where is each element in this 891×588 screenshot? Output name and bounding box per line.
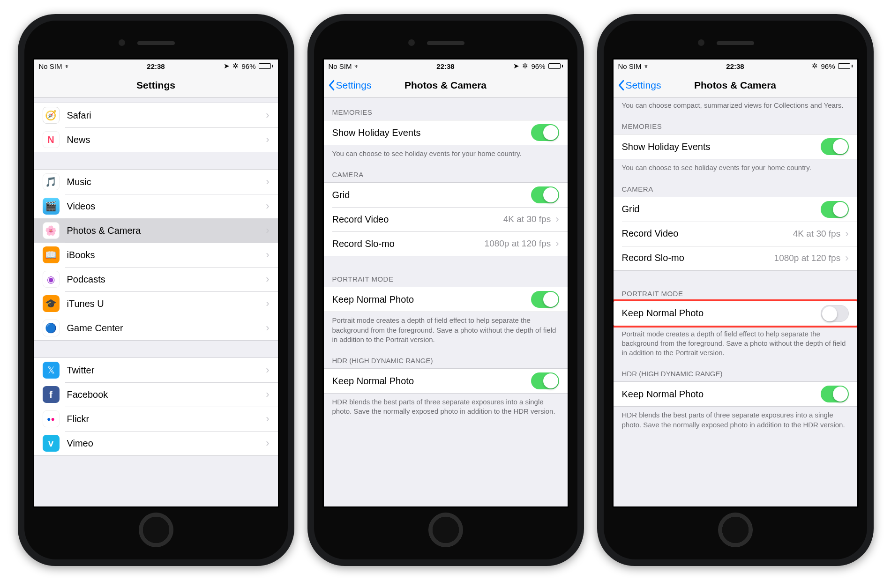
chevron-right-icon: › [266, 273, 269, 285]
back-label: Settings [626, 80, 661, 91]
back-button[interactable]: Settings [617, 80, 661, 91]
toggle-grid[interactable] [531, 186, 559, 203]
chevron-right-icon: › [266, 298, 269, 310]
row-label: Keep Normal Photo [332, 294, 531, 305]
settings-row-podcasts[interactable]: ◉ Podcasts › [34, 267, 278, 291]
chevron-right-icon: › [266, 224, 269, 237]
podcasts-icon: ◉ [43, 271, 60, 288]
settings-row-facebook[interactable]: f Facebook › [34, 382, 278, 407]
page-title: Photos & Camera [694, 80, 776, 91]
section-header-portrait: PORTRAIT MODE [614, 271, 857, 301]
status-bar: No SIM ᯤ 22:38 ✲ 96% [614, 60, 857, 73]
toggle-portrait-keep-normal[interactable] [821, 305, 849, 322]
settings-row-news[interactable]: N News › [34, 127, 278, 152]
row-show-holiday-events[interactable]: Show Holiday Events [614, 134, 857, 159]
row-label: Grid [622, 204, 821, 215]
photos-icon: 🌸 [43, 222, 60, 239]
section-footer-memories: You can choose to see holiday events for… [614, 159, 857, 174]
chevron-right-icon: › [266, 322, 269, 334]
toggle-show-holiday-events[interactable] [531, 124, 559, 141]
back-button[interactable]: Settings [328, 80, 372, 91]
row-detail: 4K at 30 fps [793, 229, 840, 239]
videos-icon: 🎬 [43, 198, 60, 215]
row-label: iTunes U [67, 298, 266, 309]
navbar: Settings Photos & Camera [324, 73, 568, 98]
row-label: Photos & Camera [67, 225, 266, 236]
row-show-holiday-events[interactable]: Show Holiday Events [324, 120, 568, 145]
row-label: Game Center [67, 323, 266, 334]
row-record-video[interactable]: Record Video 4K at 30 fps › [614, 222, 857, 246]
row-hdr-keep-normal[interactable]: Keep Normal Photo [324, 369, 568, 393]
chevron-right-icon: › [266, 134, 269, 146]
chevron-right-icon: › [266, 176, 269, 188]
home-button[interactable] [428, 513, 463, 547]
news-icon: N [43, 131, 60, 148]
settings-row-itunesu[interactable]: 🎓 iTunes U › [34, 291, 278, 316]
safari-icon: 🧭 [43, 107, 60, 124]
row-record-video[interactable]: Record Video 4K at 30 fps › [324, 207, 568, 231]
row-detail: 1080p at 120 fps [485, 238, 551, 249]
settings-row-videos[interactable]: 🎬 Videos › [34, 194, 278, 218]
row-label: Record Slo-mo [332, 238, 485, 249]
row-portrait-keep-normal[interactable]: Keep Normal Photo [324, 287, 568, 312]
row-label: Keep Normal Photo [332, 376, 531, 387]
page-title: Settings [136, 80, 175, 91]
row-label: Twitter [67, 365, 266, 376]
row-detail: 1080p at 120 fps [774, 253, 841, 263]
row-label: Grid [332, 190, 531, 201]
chevron-right-icon: › [555, 213, 559, 225]
chevron-right-icon: › [266, 109, 269, 121]
settings-row-safari[interactable]: 🧭 Safari › [34, 103, 278, 127]
section-header-camera: CAMERA [614, 175, 857, 197]
section-header-hdr: HDR (HIGH DYNAMIC RANGE) [324, 346, 568, 368]
clock: 22:38 [614, 62, 857, 70]
toggle-hdr-keep-normal[interactable] [821, 386, 849, 402]
navbar: Settings Photos & Camera [614, 73, 857, 98]
chevron-right-icon: › [266, 200, 269, 212]
row-label: Record Slo-mo [622, 253, 774, 263]
settings-row-flickr[interactable]: ●● Flickr › [34, 407, 278, 431]
chevron-right-icon: › [266, 437, 269, 449]
row-grid[interactable]: Grid [324, 183, 568, 207]
settings-row-vimeo[interactable]: v Vimeo › [34, 431, 278, 455]
chevron-left-icon [617, 80, 625, 91]
settings-row-photos-camera[interactable]: 🌸 Photos & Camera › [34, 218, 278, 243]
section-header-memories: MEMORIES [324, 98, 568, 120]
home-button[interactable] [139, 513, 173, 547]
row-label: Safari [67, 110, 266, 121]
screen-settings: No SIM ᯤ 22:38 ➤ ✲ 96% Settings 🧭 Safari… [33, 58, 279, 508]
settings-row-ibooks[interactable]: 📖 iBooks › [34, 243, 278, 267]
phone-frame-1: No SIM ᯤ 22:38 ➤ ✲ 96% Settings 🧭 Safari… [18, 14, 294, 566]
row-record-slomo[interactable]: Record Slo-mo 1080p at 120 fps › [324, 231, 568, 256]
row-grid[interactable]: Grid [614, 197, 857, 222]
twitter-icon: 𝕏 [43, 362, 60, 379]
highlighted-portrait-row: Keep Normal Photo [614, 299, 857, 327]
row-label: Keep Normal Photo [622, 389, 821, 400]
screen-photos-camera-off: No SIM ᯤ 22:38 ✲ 96% Settings Photos & C… [612, 58, 859, 508]
row-label: Podcasts [67, 274, 266, 285]
row-portrait-keep-normal[interactable]: Keep Normal Photo [614, 301, 857, 326]
home-button[interactable] [718, 513, 753, 547]
settings-row-gamecenter[interactable]: 🔵 Game Center › [34, 316, 278, 340]
row-label: Vimeo [67, 438, 266, 449]
row-hdr-keep-normal[interactable]: Keep Normal Photo [614, 382, 857, 406]
status-bar: No SIM ᯤ 22:38 ➤ ✲ 96% [34, 60, 278, 73]
vimeo-icon: v [43, 435, 60, 452]
phone-frame-2: No SIM ᯤ 22:38 ➤ ✲ 96% Settings Photos &… [307, 14, 584, 566]
chevron-right-icon: › [266, 388, 269, 401]
facebook-icon: f [43, 386, 60, 403]
settings-row-twitter[interactable]: 𝕏 Twitter › [34, 358, 278, 382]
itunesu-icon: 🎓 [43, 295, 60, 312]
section-header-portrait: PORTRAIT MODE [324, 256, 568, 287]
flickr-icon: ●● [43, 410, 60, 427]
row-label: iBooks [67, 250, 266, 261]
ibooks-icon: 📖 [43, 246, 60, 263]
toggle-hdr-keep-normal[interactable] [531, 372, 559, 389]
toggle-grid[interactable] [821, 201, 849, 218]
toggle-show-holiday-events[interactable] [821, 138, 849, 155]
chevron-right-icon: › [555, 238, 559, 250]
row-record-slomo[interactable]: Record Slo-mo 1080p at 120 fps › [614, 246, 857, 270]
settings-row-music[interactable]: 🎵 Music › [34, 170, 278, 194]
toggle-portrait-keep-normal[interactable] [531, 291, 559, 308]
section-footer-hdr: HDR blends the best parts of three separ… [324, 394, 568, 418]
